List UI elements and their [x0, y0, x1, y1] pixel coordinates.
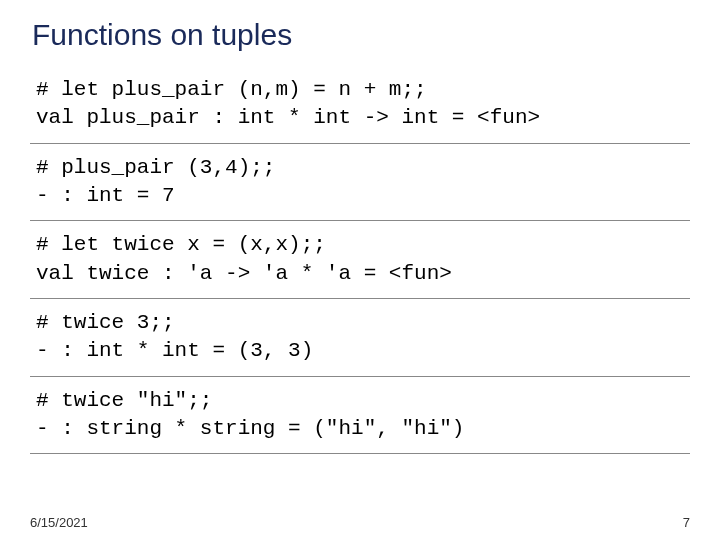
code-block: # plus_pair (3,4);; - : int = 7	[30, 144, 690, 222]
code-block: # twice 3;; - : int * int = (3, 3)	[30, 299, 690, 377]
code-block: # let plus_pair (n,m) = n + m;; val plus…	[30, 66, 690, 144]
slide-title: Functions on tuples	[30, 18, 690, 52]
code-block: # let twice x = (x,x);; val twice : 'a -…	[30, 221, 690, 299]
code-block: # twice "hi";; - : string * string = ("h…	[30, 377, 690, 455]
slide-footer: 6/15/2021 7	[30, 515, 690, 530]
footer-page-number: 7	[683, 515, 690, 530]
footer-date: 6/15/2021	[30, 515, 88, 530]
